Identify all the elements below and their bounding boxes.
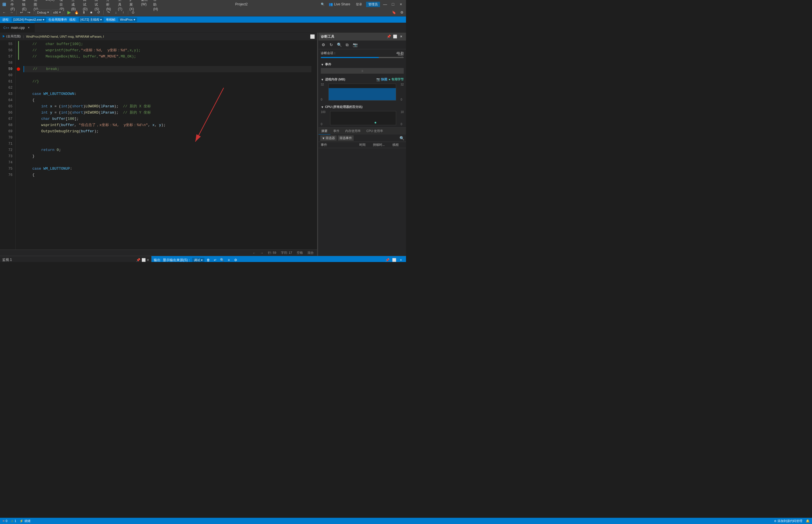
- thread-dropdown[interactable]: [4172] 主线程 ▾: [79, 17, 104, 22]
- output-config-button[interactable]: ⚙: [233, 257, 238, 262]
- memory-bytes-icon: ● 专用字节: [388, 77, 404, 82]
- split-editor-button[interactable]: ⬜: [310, 34, 315, 39]
- process-dropdown[interactable]: [10524] Project2.exe ▾: [12, 18, 46, 22]
- code-line-74: [23, 160, 311, 166]
- code-line-63: case WM_LBUTTONDOWN:: [23, 91, 311, 97]
- output-float-button[interactable]: ⬜: [391, 257, 397, 262]
- tab-events[interactable]: 事件: [331, 128, 342, 134]
- diag-camera-icon[interactable]: 📷: [352, 42, 358, 48]
- line-num-58: 58: [0, 60, 13, 66]
- line-num-73: 73: [0, 153, 13, 160]
- memory-snapshot-icon[interactable]: 📷 快照: [376, 77, 387, 82]
- diagnostics-session: 诊断会话： 48 秒 40秒: [319, 49, 406, 60]
- line-num-76: 76: [0, 172, 13, 178]
- debug-config-dropdown[interactable]: Debug ▾: [36, 10, 50, 15]
- close-button[interactable]: ×: [398, 1, 404, 7]
- tab-close-button[interactable]: ×: [27, 26, 31, 30]
- separator-5: [128, 10, 128, 15]
- platform-dropdown[interactable]: x86 ▾: [52, 10, 62, 15]
- stop-button[interactable]: ■: [88, 9, 94, 16]
- code-line-71: [23, 141, 311, 147]
- undo-button[interactable]: ↩: [18, 9, 24, 16]
- step-into-button[interactable]: ↓: [113, 9, 119, 16]
- memory-chart: [328, 84, 396, 101]
- code-editor: ▶ (全局范围) | WndProc(HWND hwnd, UINT msg, …: [0, 33, 317, 256]
- diag-refresh-icon[interactable]: ↻: [328, 42, 334, 48]
- continue-button[interactable]: ▶: [66, 9, 72, 16]
- separator-1: [16, 10, 17, 15]
- diag-close-button[interactable]: ×: [399, 34, 404, 39]
- window-title: Project2: [165, 2, 319, 6]
- watch-close-button[interactable]: ×: [147, 258, 149, 262]
- minimize-button[interactable]: —: [382, 1, 388, 7]
- filter-events-button[interactable]: 筛选事件: [338, 135, 354, 141]
- gutter-61: [16, 79, 21, 85]
- tab-summary[interactable]: 摘要: [319, 128, 331, 134]
- output-title: 输出: [154, 258, 160, 262]
- gutter-59: [16, 66, 21, 72]
- diag-settings-icon[interactable]: ⚙: [320, 42, 326, 48]
- output-pin-button[interactable]: 📌: [385, 257, 390, 262]
- line-num-69: 69: [0, 128, 13, 134]
- user-icon[interactable]: 登录: [354, 2, 364, 7]
- output-close-button[interactable]: ×: [398, 257, 404, 262]
- hot-reload-button[interactable]: 🔥: [73, 9, 80, 16]
- editor-scrollbar[interactable]: [314, 40, 317, 249]
- restart-button[interactable]: ↺: [96, 9, 102, 16]
- tab-cpu-usage[interactable]: CPU 使用率: [363, 128, 386, 134]
- filter-search-button[interactable]: 🔍: [400, 136, 404, 141]
- output-find-button[interactable]: 🔍: [219, 257, 225, 262]
- watch-pin-button[interactable]: 📌: [136, 258, 140, 262]
- stack-label: 堆栈帧:: [106, 18, 116, 22]
- float-button[interactable]: ⬜: [392, 34, 397, 39]
- step-over-button[interactable]: ↷: [105, 9, 112, 16]
- process-arrow: ▾: [43, 18, 45, 21]
- diagnostics-title: 诊断工具: [321, 34, 334, 39]
- pause-button[interactable]: ⏸: [81, 9, 87, 16]
- code-line-57: // MessageBox(NULL, buffer,"WM_MOVE",MB_…: [23, 53, 311, 60]
- search-icon[interactable]: 🔍: [321, 2, 325, 6]
- output-settings-button[interactable]: ≡: [226, 257, 232, 262]
- function-name: WndProc(HWND hwnd, UINT msg, WPARAM wPar…: [26, 35, 104, 38]
- code-line-70: [23, 134, 311, 141]
- breakpoint-button[interactable]: ⊙: [130, 9, 136, 16]
- maximize-button[interactable]: □: [390, 1, 396, 7]
- code-lines-area[interactable]: // char buffer[100]; // wsprintf(buffer,…: [21, 40, 314, 249]
- settings-button[interactable]: ⚙: [399, 9, 405, 16]
- stack-dropdown[interactable]: WndProc ▾: [118, 18, 137, 22]
- cpu-header[interactable]: ▼ CPU (所有处理器的百分比): [321, 104, 404, 110]
- line-num-70: 70: [0, 134, 13, 141]
- line-num-60: 60: [0, 72, 13, 79]
- goto-arrow-left[interactable]: ←: [253, 251, 256, 255]
- step-out-button[interactable]: ↑: [120, 9, 126, 16]
- bookmark-button[interactable]: 🔖: [391, 9, 397, 16]
- output-clear-button[interactable]: 🗑: [205, 257, 211, 262]
- redo-button[interactable]: ↪: [26, 9, 32, 16]
- gutter-76: [16, 172, 21, 178]
- tab-main-cpp[interactable]: C++ main.cpp ×: [0, 23, 35, 33]
- debug-config-arrow: ▾: [47, 11, 49, 14]
- line-num-71: 71: [0, 141, 13, 147]
- forward-button[interactable]: →: [9, 9, 15, 16]
- code-line-69: OutputDebugString(buffer);: [23, 128, 311, 134]
- watch-float-button[interactable]: ⬜: [141, 258, 146, 262]
- output-source-dropdown[interactable]: 调试 ▾: [192, 258, 204, 262]
- admin-button[interactable]: 管理员: [366, 2, 380, 7]
- tab-memory-usage[interactable]: 内存使用率: [342, 128, 363, 134]
- goto-arrow-right[interactable]: →: [260, 251, 263, 255]
- memory-header[interactable]: ▼ 进程内存 (MB) 📷 快照 ● 专用字节: [321, 77, 404, 82]
- lifecycle-label: 生命周期事件: [48, 18, 67, 22]
- code-line-60: [23, 72, 311, 79]
- events-header[interactable]: ▼ 事件: [321, 62, 404, 67]
- diagnostics-header: 诊断工具 📌 ⬜ ×: [319, 33, 406, 40]
- menu-help[interactable]: 帮助(H): [151, 0, 162, 12]
- filter-button[interactable]: ▼ 筛选器: [320, 135, 337, 141]
- diag-search-icon[interactable]: 🔍: [336, 42, 342, 48]
- diag-filter-icon[interactable]: ⧉: [344, 42, 350, 48]
- menu-window[interactable]: 窗口(W): [139, 0, 150, 12]
- pin-button[interactable]: 📌: [386, 34, 391, 39]
- output-wrap-button[interactable]: ↵: [212, 257, 218, 262]
- back-button[interactable]: ←: [1, 9, 7, 16]
- live-share-button[interactable]: 👥 Live Share: [327, 2, 352, 7]
- title-controls: 🔍 👥 Live Share 登录 管理员 — □ ×: [321, 1, 404, 7]
